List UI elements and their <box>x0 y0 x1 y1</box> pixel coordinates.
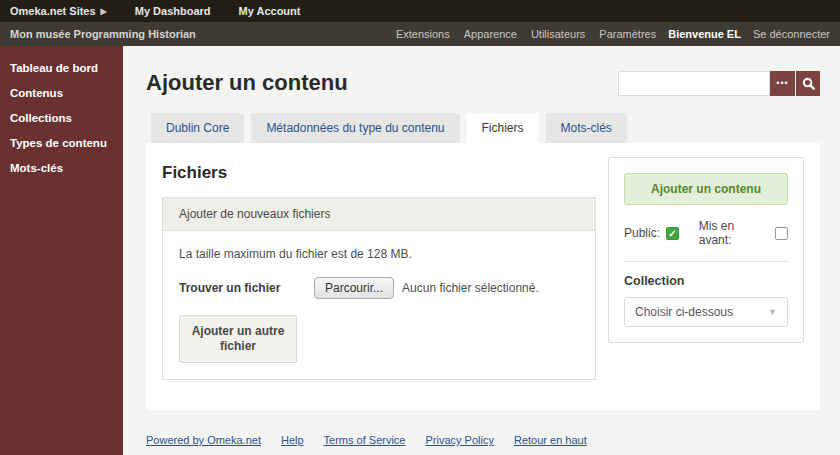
ellipsis-icon: ••• <box>776 78 788 88</box>
featured-label: Mis en avant: <box>699 219 769 247</box>
parametres-link[interactable]: Paramètres <box>599 28 656 40</box>
extensions-link[interactable]: Extensions <box>396 28 450 40</box>
files-section-title: Fichiers <box>162 163 596 183</box>
tab-fichiers[interactable]: Fichiers <box>467 113 539 143</box>
public-label: Public: <box>624 226 660 240</box>
top-account-bar: Omeka.net Sites ▶ My Dashboard My Accoun… <box>0 0 840 22</box>
my-account-label: My Account <box>239 5 301 17</box>
tab-mots-cles[interactable]: Mots-clés <box>546 113 627 143</box>
page-title: Ajouter un contenu <box>146 70 348 96</box>
my-dashboard-link[interactable]: My Dashboard <box>135 5 211 17</box>
logout-link[interactable]: Se déconnecter <box>753 28 830 40</box>
sidebar-item-collections[interactable]: Collections <box>0 106 123 130</box>
caret-right-icon: ▶ <box>101 7 107 16</box>
powered-by-link[interactable]: Powered by Omeka.net <box>146 434 261 446</box>
browse-file-button[interactable]: Parcourir... <box>314 277 394 299</box>
utilisateurs-link[interactable]: Utilisateurs <box>531 28 585 40</box>
admin-bar: Mon musée Programming Historian Extensio… <box>0 22 840 46</box>
apparence-link[interactable]: Apparence <box>464 28 517 40</box>
sidebar-item-mots-cles[interactable]: Mots-clés <box>0 156 123 180</box>
collection-select[interactable]: Choisir ci-dessous ▼ <box>624 297 788 327</box>
max-file-size-note: La taille maximum du fichier est de 128 … <box>179 247 579 261</box>
find-file-label: Trouver un fichier <box>179 281 314 295</box>
featured-checkbox[interactable] <box>775 227 788 240</box>
help-link[interactable]: Help <box>281 434 304 446</box>
collection-label: Collection <box>624 274 788 288</box>
search-input[interactable] <box>618 71 770 96</box>
advanced-search-button[interactable]: ••• <box>770 71 795 96</box>
add-new-files-box: Ajouter de nouveaux fichiers La taille m… <box>162 197 596 380</box>
privacy-policy-link[interactable]: Privacy Policy <box>426 434 494 446</box>
save-panel: Ajouter un contenu Public: ✓ Mis en avan… <box>608 157 804 343</box>
save-panel-divider <box>624 261 788 262</box>
admin-footer: Powered by Omeka.net Help Terms of Servi… <box>146 434 820 446</box>
search-icon <box>802 77 815 90</box>
submit-item-button[interactable]: Ajouter un contenu <box>624 173 788 205</box>
collection-selected-value: Choisir ci-dessous <box>635 305 733 319</box>
admin-sidebar: Tableau de bord Contenus Collections Typ… <box>0 46 123 455</box>
tab-dublin-core[interactable]: Dublin Core <box>151 113 244 143</box>
add-another-file-button[interactable]: Ajouter un autre fichier <box>179 315 297 363</box>
filebox-header: Ajouter de nouveaux fichiers <box>163 198 595 231</box>
tab-item-type-metadata[interactable]: Métadonnées du type du contenu <box>251 113 459 143</box>
my-dashboard-label: My Dashboard <box>135 5 211 17</box>
search-bar: ••• <box>618 71 820 96</box>
chevron-down-icon: ▼ <box>768 307 777 317</box>
public-checkbox[interactable]: ✓ <box>666 227 679 240</box>
main-content: Ajouter un contenu ••• Dublin Core <box>123 46 840 455</box>
search-submit-button[interactable] <box>795 71 820 96</box>
my-account-link[interactable]: My Account <box>239 5 301 17</box>
omeka-sites-label: Omeka.net Sites <box>10 5 96 17</box>
sidebar-item-dashboard[interactable]: Tableau de bord <box>0 56 123 80</box>
welcome-user-label: Bienvenue EL <box>668 28 741 40</box>
item-tabs: Dublin Core Métadonnées du type du conte… <box>151 113 820 143</box>
site-title-link[interactable]: Mon musée Programming Historian <box>10 28 196 40</box>
sidebar-item-contenus[interactable]: Contenus <box>0 81 123 105</box>
back-to-top-link[interactable]: Retour en haut <box>514 434 587 446</box>
omeka-sites-menu[interactable]: Omeka.net Sites ▶ <box>10 5 107 17</box>
terms-of-service-link[interactable]: Terms of Service <box>324 434 406 446</box>
sidebar-item-types-de-contenu[interactable]: Types de contenu <box>0 131 123 155</box>
tab-content-panel: Fichiers Ajouter de nouveaux fichiers La… <box>146 143 820 410</box>
no-file-selected-text: Aucun fichier sélectionné. <box>402 281 539 295</box>
